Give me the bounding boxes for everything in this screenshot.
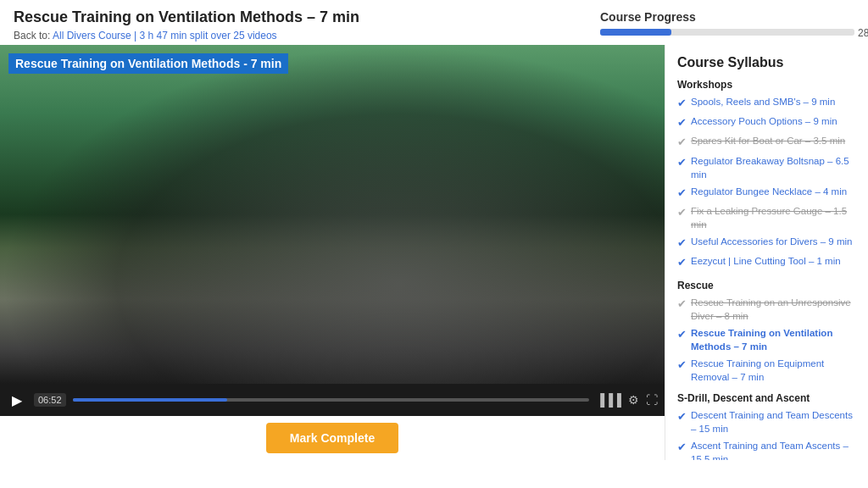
video-container: Rescue Training on Ventilation Methods -…	[0, 45, 665, 384]
video-controls: ▶ 06:52 ▐▐▐ ⚙ ⛶	[0, 384, 665, 416]
section-title-rescue: Rescue	[677, 280, 856, 291]
list-item[interactable]: ✔ Useful Accessories for Divers – 9 min	[677, 235, 856, 251]
item-label: Accessory Pouch Options – 9 min	[691, 114, 837, 128]
check-icon: ✔	[677, 236, 687, 251]
check-icon: ✔	[677, 205, 687, 220]
progress-percent: 28%	[858, 27, 868, 39]
progress-label: Course Progress	[600, 10, 854, 24]
check-icon: ✔	[677, 440, 687, 455]
breadcrumb: Back to: All Divers Course | 3 h 47 min …	[14, 30, 359, 42]
list-item[interactable]: ✔ Rescue Training on Ventilation Methods…	[677, 326, 856, 353]
check-icon: ✔	[677, 327, 687, 342]
video-section: Rescue Training on Ventilation Methods -…	[0, 45, 665, 460]
mark-complete-button[interactable]: Mark Complete	[266, 423, 398, 453]
sidebar: Course Syllabus Workshops ✔ Spools, Reel…	[665, 45, 868, 460]
time-display: 06:52	[34, 393, 66, 407]
check-icon: ✔	[677, 96, 687, 111]
check-icon: ✔	[677, 186, 687, 201]
top-bar: Rescue Training on Ventilation Methods –…	[0, 0, 868, 45]
progress-track[interactable]	[73, 398, 590, 402]
check-icon: ✔	[677, 297, 687, 312]
progress-bar-container: 28%	[600, 29, 854, 36]
section-title-sdrill: S-Drill, Descent and Ascent	[677, 392, 856, 404]
item-label: Ascent Training and Team Ascents – 15.5 …	[691, 439, 856, 460]
progress-area: Course Progress 28%	[600, 8, 854, 36]
title-area: Rescue Training on Ventilation Methods –…	[14, 8, 359, 42]
check-icon: ✔	[677, 409, 687, 424]
list-item[interactable]: ✔ Accessory Pouch Options – 9 min	[677, 114, 856, 130]
check-icon: ✔	[677, 135, 687, 150]
back-prefix: Back to:	[14, 30, 50, 42]
video-title-overlay: Rescue Training on Ventilation Methods -…	[8, 53, 288, 74]
list-item[interactable]: ✔ Ascent Training and Team Ascents – 15.…	[677, 439, 856, 460]
syllabus-title: Course Syllabus	[677, 55, 856, 70]
item-label: Regulator Breakaway Boltsnap – 6.5 min	[691, 154, 856, 181]
list-item[interactable]: ✔ Rescue Training on Equipment Removal –…	[677, 357, 856, 384]
mark-complete-area: Mark Complete	[0, 416, 665, 460]
page-title: Rescue Training on Ventilation Methods –…	[14, 8, 359, 26]
item-label: Rescue Training on Equipment Removal – 7…	[691, 357, 856, 384]
fullscreen-icon[interactable]: ⛶	[646, 393, 658, 407]
list-item[interactable]: ✔ Eezycut | Line Cutting Tool – 1 min	[677, 254, 856, 270]
list-item[interactable]: ✔ Regulator Bungee Necklace – 4 min	[677, 185, 856, 201]
check-icon: ✔	[677, 115, 687, 130]
section-rescue: Rescue ✔ Rescue Training on an Unrespons…	[677, 280, 856, 385]
control-icons: ▐▐▐ ⚙ ⛶	[596, 393, 658, 407]
progress-bar-fill	[600, 29, 671, 36]
item-label: Useful Accessories for Divers – 9 min	[691, 235, 852, 248]
check-icon: ✔	[677, 358, 687, 373]
play-button[interactable]: ▶	[7, 390, 27, 410]
check-icon: ✔	[677, 155, 687, 170]
item-label: Eezycut | Line Cutting Tool – 1 min	[691, 254, 841, 268]
item-label: Regulator Bungee Necklace – 4 min	[691, 185, 847, 198]
item-label: Spools, Reels and SMB's – 9 min	[691, 95, 835, 108]
main-content: Rescue Training on Ventilation Methods -…	[0, 45, 868, 460]
list-item[interactable]: ✔ Fix a Leaking Pressure Gauge – 1.5 min	[677, 204, 856, 231]
list-item[interactable]: ✔ Descent Training and Team Descents – 1…	[677, 408, 856, 435]
list-item[interactable]: ✔ Spares Kit for Boat or Car – 3.5 min	[677, 134, 856, 150]
progress-track-fill	[73, 398, 228, 402]
list-item[interactable]: ✔ Regulator Breakaway Boltsnap – 6.5 min	[677, 154, 856, 181]
section-workshops: Workshops ✔ Spools, Reels and SMB's – 9 …	[677, 79, 856, 271]
item-label: Spares Kit for Boat or Car – 3.5 min	[691, 134, 845, 147]
video-scene[interactable]	[0, 45, 665, 384]
item-label: Rescue Training on Ventilation Methods –…	[691, 326, 856, 353]
volume-icon[interactable]: ▐▐▐	[596, 393, 621, 407]
check-icon: ✔	[677, 255, 687, 270]
section-sdrill: S-Drill, Descent and Ascent ✔ Descent Tr…	[677, 392, 856, 460]
item-label: Descent Training and Team Descents – 15 …	[691, 408, 856, 435]
item-label: Rescue Training on an Unresponsive Diver…	[691, 296, 856, 323]
all-divers-link[interactable]: All Divers Course | 3 h 47 min split ove…	[53, 30, 277, 42]
list-item[interactable]: ✔ Rescue Training on an Unresponsive Div…	[677, 296, 856, 323]
list-item[interactable]: ✔ Spools, Reels and SMB's – 9 min	[677, 95, 856, 111]
settings-icon[interactable]: ⚙	[628, 393, 639, 407]
section-title-workshops: Workshops	[677, 79, 856, 91]
item-label: Fix a Leaking Pressure Gauge – 1.5 min	[691, 204, 856, 231]
